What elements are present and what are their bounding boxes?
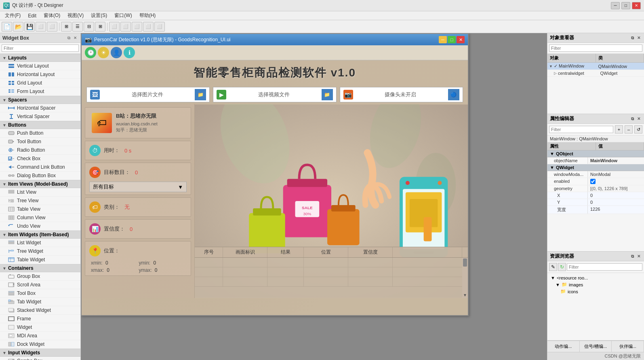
category-containers[interactable]: ▼ Containers <box>0 264 80 272</box>
category-item-widgets[interactable]: ▼ Item Widgets (Item-Based) <box>0 231 80 239</box>
widget-check-box[interactable]: Check Box <box>0 155 80 163</box>
resource-filter-input[interactable] <box>567 263 642 271</box>
toolbar-btn10[interactable]: ⬜ <box>109 22 120 32</box>
camera-toggle-btn[interactable]: 🔵 <box>448 89 459 100</box>
widget-radio-button[interactable]: Radio Button <box>0 146 80 155</box>
menu-help[interactable]: 帮助(H) <box>136 11 159 20</box>
resource-images[interactable]: ▼ 📁 images <box>549 281 642 288</box>
property-add-btn[interactable]: + <box>615 125 623 133</box>
menu-window[interactable]: 窗口(W) <box>111 11 135 20</box>
y-value[interactable]: 0 <box>588 199 644 205</box>
save-button[interactable]: 💾 <box>24 22 35 32</box>
target-dropdown[interactable]: 所有目标 ▼ <box>89 182 187 192</box>
widget-vertical-spacer[interactable]: Vertical Spacer <box>0 112 80 121</box>
widget-tab-widget[interactable]: Tab Widget <box>0 298 80 306</box>
toolbar-btn13[interactable]: ⬜ <box>143 22 154 32</box>
geometry-value[interactable]: [(0, 0), 1226 x 789] <box>588 185 644 192</box>
property-float-btn[interactable]: ⧉ <box>630 116 635 122</box>
resource-icons[interactable]: 📁 icons <box>549 288 642 295</box>
category-item-views[interactable]: ▼ Item Views (Model-Based) <box>0 180 80 188</box>
resource-close-btn[interactable]: ✕ <box>636 254 642 259</box>
resource-float-btn[interactable]: ⧉ <box>630 254 635 259</box>
property-remove-btn[interactable]: – <box>625 125 633 133</box>
category-buttons[interactable]: ▼ Buttons <box>0 121 80 129</box>
widget-grid-layout[interactable]: Grid Layout <box>0 79 80 87</box>
widget-command-link-button[interactable]: Command Link Button <box>0 163 80 172</box>
toolbar-btn7[interactable]: ☰ <box>72 22 83 32</box>
toolbar-btn4[interactable]: ⬜ <box>36 22 46 32</box>
widget-table-widget[interactable]: Table Widget <box>0 256 80 264</box>
qt-close-btn[interactable]: ✕ <box>457 36 465 43</box>
qt-tool-btn-4[interactable]: ℹ <box>124 47 135 58</box>
widget-dialog-button-box[interactable]: Dialog Button Box <box>0 172 80 180</box>
qt-tool-btn-2[interactable]: ☀ <box>98 47 109 58</box>
camera-btn[interactable]: 📷 摄像头未开启 🔵 <box>340 87 463 102</box>
tree-row-mainwindow[interactable]: ▼ ✓ MainWindow QMainWindow <box>547 63 644 70</box>
widget-tool-button[interactable]: Tool Button <box>0 138 80 146</box>
property-filter-input[interactable] <box>549 126 613 133</box>
enabled-checkbox[interactable] <box>590 179 596 184</box>
widget-combo-box[interactable]: Combo Box <box>0 357 80 360</box>
qt-minimize-btn[interactable]: ─ <box>439 36 447 43</box>
inspector-filter-input[interactable] <box>549 44 642 52</box>
toolbar-btn8[interactable]: ⊟ <box>84 22 94 32</box>
widget-tool-box[interactable]: Tool Box <box>0 289 80 298</box>
menu-file[interactable]: 文件(F) <box>2 11 24 20</box>
qt-tool-btn-1[interactable]: 🕐 <box>85 47 96 58</box>
widget-form-layout[interactable]: Form Layout <box>0 87 80 96</box>
property-reset-btn[interactable]: ↺ <box>634 125 642 133</box>
menu-form[interactable]: 窗体(O) <box>40 11 63 20</box>
widget-tree-widget[interactable]: Tree Widget <box>0 247 80 256</box>
widget-list-view[interactable]: List View <box>0 188 80 197</box>
widget-tree-view[interactable]: Tree View <box>0 197 80 205</box>
toolbar-btn14[interactable]: ⬜ <box>154 22 165 32</box>
property-close-btn[interactable]: ✕ <box>636 116 642 122</box>
objectname-value[interactable]: MainWindow <box>588 157 644 164</box>
widget-undo-view[interactable]: Undo View <box>0 222 80 231</box>
select-video-btn[interactable]: ▶ 选择视频文件 📁 <box>213 87 336 102</box>
widget-stacked-widget[interactable]: Stacked Widget <box>0 306 80 315</box>
open-button[interactable]: 📂 <box>13 22 23 32</box>
widget-frame[interactable]: Frame <box>0 315 80 323</box>
mainwindow-arrow[interactable]: ▼ <box>549 64 553 68</box>
category-layouts[interactable]: ▼ Layouts <box>0 54 80 62</box>
select-image-btn[interactable]: 🖼 选择图片文件 📁 <box>86 87 210 102</box>
toolbar-btn11[interactable]: ⬜ <box>120 22 131 32</box>
menu-edit[interactable]: Edit <box>25 12 40 19</box>
tree-row-centralwidget[interactable]: ▷ centralwidget QWidget <box>547 70 644 77</box>
resource-edit-btn[interactable]: ✎ <box>549 263 557 271</box>
widget-column-view[interactable]: Column View <box>0 214 80 222</box>
maximize-button[interactable]: □ <box>621 2 630 9</box>
widget-scroll-area[interactable]: Scroll Area <box>0 281 80 289</box>
qwidget-group[interactable]: ▼ QWidget <box>547 164 644 171</box>
x-value[interactable]: 0 <box>588 192 644 199</box>
video-browse-btn[interactable]: 📁 <box>322 89 333 100</box>
category-input-widgets[interactable]: ▼ Input Widgets <box>0 349 80 357</box>
inspector-close-btn[interactable]: ✕ <box>636 35 642 41</box>
menu-view[interactable]: 视图(V) <box>64 11 87 20</box>
widget-vertical-layout[interactable]: Vertical Layout <box>0 62 80 70</box>
width-value[interactable]: 1226 <box>588 206 644 214</box>
widget-dock-widget[interactable]: Dock Widget <box>0 340 80 349</box>
qobject-group[interactable]: ▼ QObject <box>547 150 644 157</box>
image-browse-btn[interactable]: 📁 <box>195 89 206 100</box>
widget-list-widget[interactable]: List Widget <box>0 239 80 247</box>
enabled-value[interactable] <box>588 178 644 185</box>
toolbar-btn12[interactable]: ⬜ <box>132 22 142 32</box>
close-button[interactable]: ✕ <box>632 2 641 9</box>
widget-box-float-btn[interactable]: ⧉ <box>66 35 72 41</box>
widget-group-box[interactable]: GB Group Box <box>0 272 80 281</box>
widget-filter-input[interactable] <box>2 44 79 52</box>
widget-horizontal-layout[interactable]: Horizontal Layout <box>0 70 80 79</box>
toolbar-btn6[interactable]: ⊞ <box>61 22 72 32</box>
table-scrollbar[interactable]: ▼ <box>462 258 468 298</box>
scroll-down-btn[interactable]: ▼ <box>463 293 467 297</box>
widget-widget[interactable]: Widget <box>0 323 80 332</box>
buddy-editor-btn[interactable]: 伙伴编... <box>612 341 644 352</box>
qt-tool-btn-3[interactable]: 👤 <box>111 47 122 58</box>
new-button[interactable]: 📄 <box>2 22 12 32</box>
widget-box-close-btn[interactable]: ✕ <box>72 35 78 41</box>
widget-table-view[interactable]: Table View <box>0 205 80 214</box>
centralwidget-arrow[interactable]: ▷ <box>554 71 557 75</box>
resource-refresh-btn[interactable]: ↻ <box>558 263 566 271</box>
